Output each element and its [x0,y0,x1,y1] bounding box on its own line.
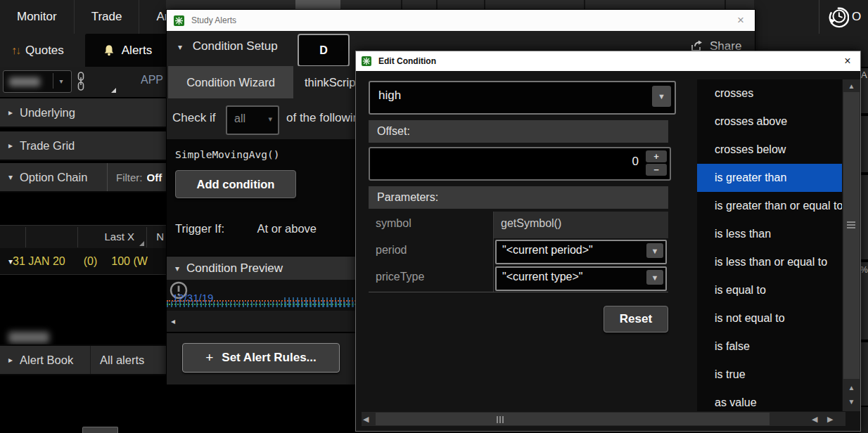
param-name: period [376,244,407,257]
link-icon[interactable] [76,71,86,92]
chevron-right-icon: ▸ [8,355,13,365]
operator-item[interactable]: is less than [697,220,842,248]
filter-control[interactable]: Filter: Off [107,163,162,191]
param-value-cell[interactable]: getSymbol() [493,212,668,238]
trigger-operator[interactable]: At or above [257,222,317,235]
scroll-left-icon[interactable]: ◀ [363,415,369,424]
condition-setup-header[interactable]: ▾ Condition Setup [178,39,278,53]
trigger-if-label: Trigger If: [175,222,224,235]
operator-list: crosses crosses above crosses below is g… [697,79,842,411]
section-underlying-label: Underlying [20,106,75,119]
operator-item[interactable]: is not equal to [697,304,842,332]
menu-monitor[interactable]: Monitor [0,0,75,34]
section-trade-grid[interactable]: ▸ Trade Grid [0,131,167,161]
set-alert-rules-button[interactable]: + Set Alert Rules... [182,343,340,373]
ondemand-label: O [852,10,861,24]
scrollbar-thumb[interactable] [843,92,860,379]
screen: MonitorTradeAnalyze O ↑↓ Quotes Alerts [0,0,868,433]
history-clock-icon [826,6,849,28]
scrollbar-thumb[interactable] [376,413,770,425]
param-value-cell: "<current type>" ▼ [493,265,668,292]
symbol-input[interactable]: ▾ [3,70,72,93]
condition-expression[interactable]: SimpleMovingAvg() [175,149,279,160]
app-logo-icon [174,15,184,26]
close-icon[interactable]: × [734,13,748,27]
option-chain-expiry-row[interactable]: ▾ 31 JAN 20 (0) 100 (W [0,248,167,275]
chevron-down-icon[interactable]: ▼ [652,86,671,107]
close-icon[interactable]: × [841,54,855,68]
symbol-redacted [9,77,40,86]
ondemand-button[interactable]: O [819,0,868,34]
chevron-down-icon[interactable]: ▼ [646,270,663,285]
section-option-chain[interactable]: ▾ Option Chain Filter: Off [0,163,167,193]
operator-item[interactable]: is equal to [697,276,842,304]
alert-filter-dropdown[interactable]: All alerts [100,354,144,367]
scroll-down-icon[interactable]: ▼ [843,398,860,406]
redacted-text [8,332,49,343]
quotes-updown-icon: ↑↓ [11,44,20,57]
operator-item[interactable]: is less than or equal to [697,248,842,276]
param-value-cell: "<current period>" ▼ [493,238,668,265]
param-row-symbol: symbol getSymbol() [369,212,668,238]
window-title: Study Alerts [191,15,236,25]
chevron-down-icon: ▾ [175,264,179,273]
tab-alerts[interactable]: Alerts [85,34,170,67]
study-alerts-titlebar[interactable]: Study Alerts × [167,10,755,31]
param-name: symbol [376,217,411,230]
days-to-expiry: (0) [84,255,98,268]
section-alert-book[interactable]: ▸ Alert Book All alerts [0,344,167,375]
operator-item[interactable]: is greater than or equal to [697,192,842,220]
operator-item[interactable]: crosses [697,79,842,108]
scrollbar-stub[interactable] [82,427,118,433]
chevron-down-icon[interactable]: ▼ [646,243,663,258]
edit-condition-titlebar[interactable]: Edit Condition × [356,51,860,71]
column-divider [77,227,78,247]
multiplier: 100 (W [111,255,148,268]
pricetype-dropdown[interactable]: "<current type>" ▼ [495,266,667,291]
all-any-dropdown[interactable]: all ▾ [226,105,279,135]
alerts-label: Alerts [122,44,152,58]
horizontal-scrollbar[interactable]: ◀ ◀ ▶ [362,412,845,426]
scroll-right-icon[interactable]: ▶ [827,415,833,424]
tab-condition-wizard-label: Condition Wizard [186,76,275,89]
reset-button[interactable]: Reset [604,306,668,332]
operator-item[interactable]: is false [697,332,842,361]
add-condition-button[interactable]: Add condition [175,170,296,198]
menu-trade[interactable]: Trade [75,0,140,34]
dialog-title: Edit Condition [378,56,436,66]
section-option-chain-label: Option Chain [20,171,87,184]
spinner-increment-button[interactable]: + [646,150,667,162]
plot-dropdown[interactable]: high ▼ [369,81,676,115]
vertical-scrollbar[interactable]: ▲ ▲ ▼ [842,79,860,411]
tab-quotes[interactable]: ↑↓ Quotes [11,34,64,67]
offset-section-header: Offset: [369,120,668,143]
column-divider [25,227,26,247]
offset-spinner[interactable]: 0 + − [369,147,671,181]
all-any-value: all [234,112,245,125]
scroll-left-icon[interactable]: ◀ [812,415,817,424]
operator-item-selected[interactable]: is greater than [697,164,842,192]
chevron-right-icon: ▸ [8,141,13,150]
column-header-n[interactable]: N [156,231,164,243]
period-dropdown[interactable]: "<current period>" ▼ [495,240,667,264]
column-header-last-x[interactable]: Last X [104,231,134,243]
tab-condition-wizard[interactable]: Condition Wizard [168,66,293,98]
pricetype-dropdown-value: "<current type>" [502,271,643,283]
operator-item[interactable]: is true [697,361,842,389]
aggregation-d-button[interactable]: D [298,34,350,67]
section-trade-grid-label: Trade Grid [20,139,75,153]
operator-item[interactable]: as value [697,389,842,411]
operator-item[interactable]: crosses above [697,108,842,136]
trigger-if-row: Trigger If: At or above 31 [175,222,369,235]
spinner-decrement-button[interactable]: − [646,164,667,176]
operator-item[interactable]: crosses below [697,136,842,164]
edit-condition-dialog: Edit Condition × high ▼ Offset: 0 + − Pa… [355,51,861,432]
scroll-up-icon[interactable]: ▲ [843,82,860,90]
scroll-up-icon[interactable]: ▲ [843,384,860,392]
quotes-label: Quotes [25,44,64,58]
param-name: priceType [376,271,424,283]
scrollbar-grip-icon [847,221,855,230]
section-underlying[interactable]: ▸ Underlying [0,98,167,128]
symbol-dropdown-arrow-icon[interactable]: ▾ [53,73,69,89]
filter-value: Off [147,172,162,183]
